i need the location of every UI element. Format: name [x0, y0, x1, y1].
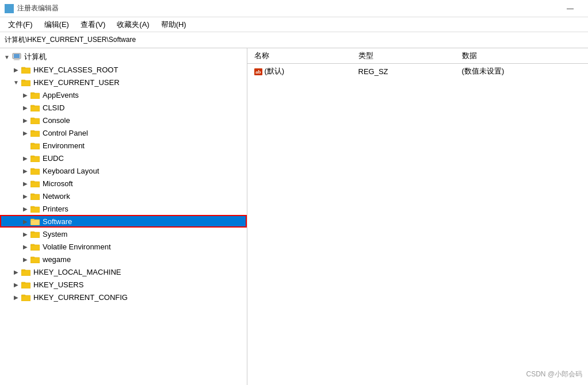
- svg-rect-38: [30, 207, 40, 213]
- svg-rect-47: [30, 245, 40, 251]
- col-header-name: 名称: [247, 48, 352, 64]
- tree-item-eudc[interactable]: EUDC: [0, 152, 247, 164]
- watermark: CSDN @小郎会码: [526, 369, 582, 379]
- detail-table: 名称类型数据 ab(默认)REG_SZ(数值未设置): [247, 48, 588, 79]
- tree-item-microsoft[interactable]: Microsoft: [0, 177, 247, 190]
- svg-rect-17: [30, 118, 40, 124]
- tree-item-keyboard_layout[interactable]: Keyboard Layout: [0, 164, 247, 177]
- expand-arrow-hkey_current_config[interactable]: [12, 294, 21, 301]
- svg-rect-39: [30, 206, 35, 207]
- tree-label-microsoft: Microsoft: [43, 179, 73, 188]
- tree-label-hkey_current_user: HKEY_CURRENT_USER: [33, 78, 120, 87]
- tree-label-hkey_current_config: HKEY_CURRENT_CONFIG: [33, 293, 128, 302]
- detail-cell-name: ab(默认): [247, 64, 352, 79]
- tree-label-clsid: CLSID: [43, 103, 64, 112]
- folder-icon-clsid: [30, 103, 40, 111]
- app-icon: [5, 4, 14, 13]
- tree-item-network[interactable]: Network: [0, 190, 247, 202]
- tree-item-hkey_current_user[interactable]: HKEY_CURRENT_USER: [0, 76, 247, 88]
- tree-label-eudc: EUDC: [43, 154, 64, 163]
- tree-item-environment[interactable]: Environment: [0, 139, 247, 152]
- svg-rect-35: [30, 194, 40, 200]
- expand-arrow-eudc[interactable]: [21, 155, 30, 161]
- expand-arrow-keyboard_layout[interactable]: [21, 168, 30, 174]
- tree-item-control_panel[interactable]: Control Panel: [0, 126, 247, 139]
- tree-item-hkey_users[interactable]: HKEY_USERS: [0, 278, 247, 291]
- folder-icon-hkey_users: [21, 280, 31, 288]
- svg-rect-6: [21, 67, 25, 68]
- tree-item-hkey_current_config[interactable]: HKEY_CURRENT_CONFIG: [0, 291, 247, 303]
- menu-item-收藏夹(A)[interactable]: 收藏夹(A): [111, 18, 155, 31]
- svg-rect-54: [21, 270, 25, 271]
- tree-item-printers[interactable]: Printers: [0, 202, 247, 215]
- expand-arrow-clsid[interactable]: [21, 105, 30, 111]
- expand-arrow-console[interactable]: [21, 117, 30, 124]
- ab-icon: ab: [254, 68, 262, 75]
- svg-rect-12: [30, 93, 35, 94]
- expand-arrow-microsoft[interactable]: [21, 180, 30, 187]
- expand-arrow-wegame[interactable]: [21, 256, 30, 263]
- svg-rect-2: [15, 59, 18, 60]
- expand-arrow-printers[interactable]: [21, 206, 30, 212]
- folder-icon-appevents: [30, 91, 40, 99]
- minimize-button[interactable]: —: [557, 0, 583, 17]
- svg-rect-5: [21, 68, 30, 74]
- expand-arrow-appevents[interactable]: [21, 92, 30, 98]
- tree-item-appevents[interactable]: AppEvents: [0, 88, 247, 101]
- detail-row[interactable]: ab(默认)REG_SZ(数值未设置): [247, 64, 588, 79]
- svg-rect-26: [30, 156, 40, 162]
- svg-rect-29: [30, 169, 40, 175]
- svg-rect-9: [21, 80, 25, 81]
- svg-rect-59: [21, 295, 30, 301]
- expand-arrow-hkey_users[interactable]: [12, 282, 21, 288]
- title-bar-controls: —: [557, 0, 583, 17]
- folder-icon-computer: [12, 53, 22, 61]
- detail-pane: 名称类型数据 ab(默认)REG_SZ(数值未设置) CSDN @小郎会码: [247, 48, 588, 385]
- tree-item-volatile_environment[interactable]: Volatile Environment: [0, 240, 247, 253]
- folder-icon-hkey_classes_root: [21, 66, 31, 74]
- address-path: 计算机\HKEY_CURRENT_USER\Software: [5, 35, 136, 45]
- expand-arrow-volatile_environment[interactable]: [21, 244, 30, 250]
- tree-item-hkey_classes_root[interactable]: HKEY_CLASSES_ROOT: [0, 63, 247, 76]
- tree-item-computer[interactable]: 计算机: [0, 51, 247, 63]
- expand-arrow-hkey_local_machine[interactable]: [12, 269, 21, 275]
- svg-rect-41: [30, 220, 40, 225]
- svg-rect-23: [30, 144, 40, 149]
- folder-icon-keyboard_layout: [30, 167, 40, 175]
- svg-rect-33: [30, 181, 35, 182]
- svg-rect-21: [30, 130, 35, 132]
- menu-item-帮助(H)[interactable]: 帮助(H): [155, 18, 192, 31]
- svg-rect-1: [14, 54, 20, 58]
- expand-arrow-network[interactable]: [21, 193, 30, 199]
- expand-arrow-system[interactable]: [21, 231, 30, 237]
- expand-arrow-hkey_classes_root[interactable]: [12, 67, 21, 73]
- expand-arrow-software[interactable]: [21, 218, 30, 225]
- tree-item-software[interactable]: Software: [0, 215, 247, 228]
- svg-rect-30: [30, 168, 35, 170]
- svg-rect-32: [30, 182, 40, 187]
- svg-rect-27: [30, 156, 35, 157]
- expand-arrow-control_panel[interactable]: [21, 130, 30, 136]
- folder-icon-environment: [30, 141, 40, 149]
- detail-cell-data: (数值未设置): [455, 64, 588, 79]
- tree-label-volatile_environment: Volatile Environment: [43, 242, 111, 251]
- folder-icon-control_panel: [30, 129, 40, 137]
- svg-rect-50: [30, 257, 40, 263]
- tree-label-hkey_classes_root: HKEY_CLASSES_ROOT: [33, 66, 118, 74]
- menu-item-文件(F)[interactable]: 文件(F): [2, 18, 39, 31]
- tree-item-wegame[interactable]: wegame: [0, 253, 247, 265]
- tree-item-hkey_local_machine[interactable]: HKEY_LOCAL_MACHINE: [0, 265, 247, 278]
- svg-rect-24: [30, 143, 35, 144]
- svg-rect-53: [21, 270, 30, 276]
- svg-rect-42: [30, 219, 35, 220]
- expand-arrow-hkey_current_user[interactable]: [12, 79, 21, 86]
- menu-item-查看(V)[interactable]: 查看(V): [75, 18, 111, 31]
- folder-icon-hkey_current_config: [21, 293, 31, 301]
- svg-rect-3: [14, 60, 20, 60]
- expand-arrow-computer[interactable]: [2, 54, 12, 60]
- tree-item-clsid[interactable]: CLSID: [0, 101, 247, 114]
- tree-pane[interactable]: 计算机 HKEY_CLASSES_ROOT HKEY_CURRENT_USER …: [0, 48, 247, 385]
- menu-item-编辑(E)[interactable]: 编辑(E): [39, 18, 75, 31]
- tree-item-system[interactable]: System: [0, 228, 247, 240]
- tree-item-console[interactable]: Console: [0, 114, 247, 126]
